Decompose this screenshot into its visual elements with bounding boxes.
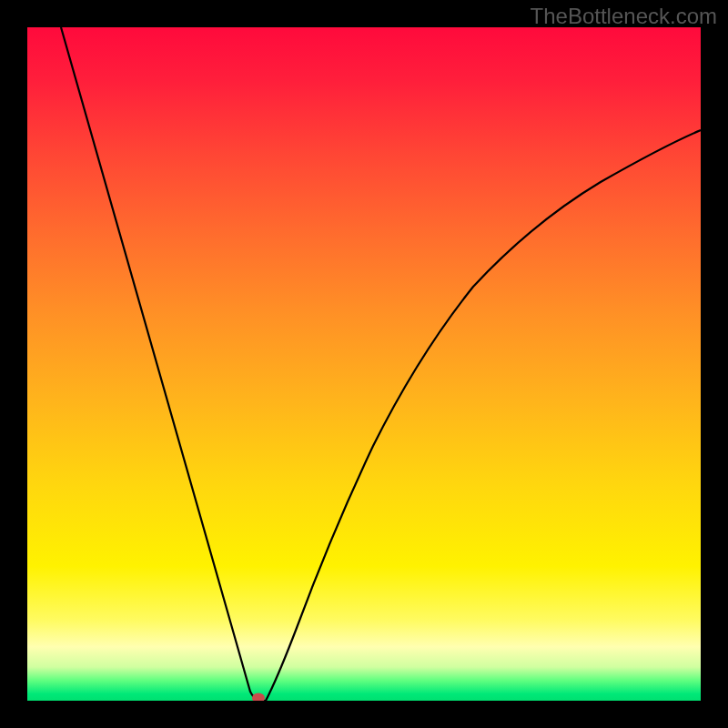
optimum-point-marker [252,693,265,702]
curve-svg [27,27,701,701]
bottleneck-curve-path [61,27,701,701]
watermark-text: TheBottleneck.com [531,4,717,29]
plot-area [27,27,701,701]
